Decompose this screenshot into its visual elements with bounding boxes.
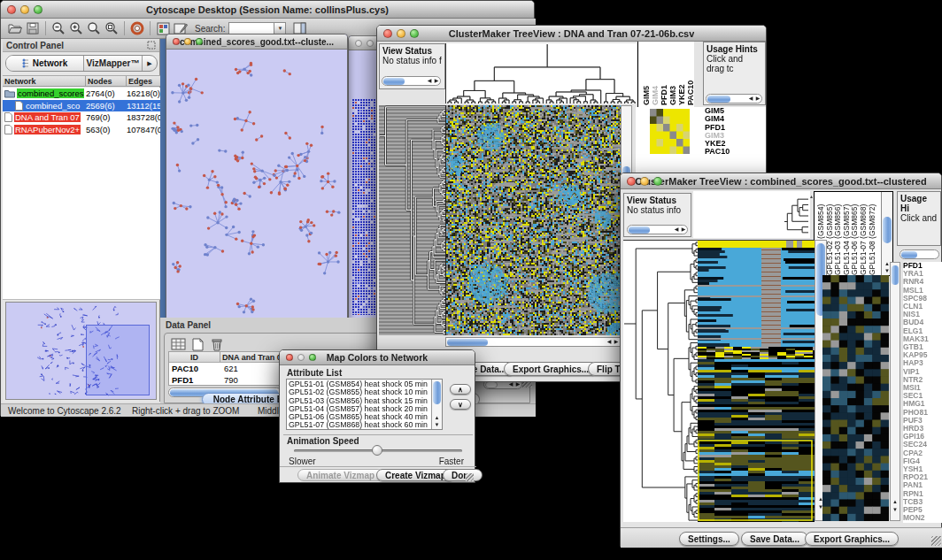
close-button[interactable]	[173, 38, 180, 45]
scroll-down-icon[interactable]: ▼	[891, 506, 900, 513]
tv2-export-graphics-button[interactable]: Export Graphics...	[805, 532, 899, 546]
move-up-button[interactable]: ∧	[450, 384, 471, 395]
column-header-network[interactable]: Network	[3, 76, 86, 86]
attribute-list-item[interactable]: GPL51-07 (GSM868) heat shock 60 min	[289, 421, 442, 429]
scroll-up-icon[interactable]: ▲	[891, 498, 900, 505]
save-icon[interactable]	[24, 20, 42, 36]
network-canvas[interactable]	[166, 50, 347, 323]
column-header-edges[interactable]: Edges	[127, 76, 160, 86]
tv2-column-label[interactable]: GPL51-08 (GSM872)	[868, 194, 876, 275]
close-button[interactable]	[627, 177, 636, 186]
network-list-row[interactable]: combined_scores2764(0)16218(0)	[3, 88, 160, 100]
zoom-button[interactable]	[34, 5, 42, 14]
tv1-column-label[interactable]: PFD1	[660, 43, 668, 105]
tv1-similarity-matrix[interactable]	[650, 109, 690, 154]
tab-overflow-button[interactable]: ▶	[143, 56, 157, 71]
tv1-column-dendrogram[interactable]	[445, 43, 637, 104]
resize-grip[interactable]	[931, 536, 941, 546]
zoom-button[interactable]	[410, 29, 419, 38]
tv2-zoom-vscrollbar[interactable]: ▲ ▼	[890, 262, 900, 521]
tv1-column-label[interactable]: GIM4	[651, 43, 660, 105]
tv1-heatmap-hscrollbar[interactable]: ◀ ▶	[445, 337, 621, 347]
zoom-button[interactable]	[309, 354, 316, 361]
minimize-button[interactable]	[640, 177, 649, 186]
tv2-zoom-heatmap[interactable]	[822, 275, 889, 521]
attribute-list-vscrollbar[interactable]: ▲ ▼	[431, 380, 442, 429]
minimize-button[interactable]	[184, 38, 191, 45]
overview-viewport-rect[interactable]	[86, 325, 150, 395]
scroll-left-icon[interactable]: ◀	[426, 77, 433, 85]
tv1-column-label[interactable]: GIM5	[642, 43, 651, 105]
scroll-right-icon[interactable]: ▶	[433, 77, 440, 85]
minimize-button[interactable]	[20, 5, 29, 14]
close-button[interactable]	[355, 40, 362, 47]
minimize-button[interactable]	[297, 354, 305, 361]
tv1-export-graphics-button[interactable]: Export Graphics...	[504, 362, 598, 376]
search-dropdown-button[interactable]: ▼	[274, 22, 286, 35]
done-button[interactable]: Done	[443, 469, 483, 481]
zoom-out-icon[interactable]	[50, 20, 67, 36]
network-list-row[interactable]: combined_sco2569(6)13112(15)	[3, 100, 160, 112]
treeview1-title-bar[interactable]: ClusterMaker TreeView : DNA and Tran 07-…	[377, 26, 766, 42]
tv2-row-dendrogram[interactable]	[623, 240, 698, 522]
float-panel-icon[interactable]	[147, 37, 156, 53]
help-icon[interactable]	[128, 20, 146, 36]
column-header-nodes[interactable]: Nodes	[86, 76, 127, 86]
table-view-icon[interactable]	[169, 336, 187, 352]
tv1-usage-hints-scrollbar[interactable]: ◀ ▶	[706, 94, 762, 104]
network-list-row[interactable]: DNA and Tran 07769(0)183728(0)	[3, 111, 160, 124]
tv1-column-label[interactable]: PAC10	[686, 43, 694, 105]
zoom-button[interactable]	[196, 38, 203, 45]
tv1-row-dendrogram[interactable]	[379, 105, 445, 335]
zoom-fit-icon[interactable]	[85, 20, 103, 36]
tv2-usage-hints-scrollbar[interactable]	[900, 249, 939, 259]
data-column-id[interactable]: ID	[169, 352, 220, 362]
tv2-column-dendrogram[interactable]	[693, 191, 810, 238]
animate-vizmap-button[interactable]: Animate Vizmap	[297, 469, 383, 481]
scroll-right-icon[interactable]: ▶	[680, 226, 687, 234]
tab-network[interactable]: Network	[6, 56, 84, 71]
gene-label[interactable]: MON2	[903, 514, 942, 522]
tv2-settings-button[interactable]: Settings...	[679, 532, 739, 546]
dialog-title-bar[interactable]: Map Colors to Network	[280, 350, 475, 365]
resize-grip[interactable]	[466, 473, 474, 481]
tv2-heatmap[interactable]	[698, 240, 815, 522]
scroll-down-icon[interactable]: ▼	[432, 421, 442, 428]
tv1-row-label[interactable]: PAC10	[705, 148, 758, 156]
network-view-title-bar[interactable]: combined_scores_good.txt--cluste...	[166, 35, 347, 50]
scroll-right-icon[interactable]: ▶	[754, 95, 761, 103]
tv1-view-status-scrollbar[interactable]: ◀ ▶	[382, 76, 441, 86]
tv2-column-label[interactable]: GPL51-07 (GSM868)	[859, 194, 868, 275]
tv1-column-label[interactable]: GIM3	[668, 43, 677, 105]
network-overview-panel[interactable]	[5, 302, 157, 400]
zoom-selected-icon[interactable]	[103, 20, 120, 36]
close-button[interactable]	[7, 5, 16, 14]
attribute-list[interactable]: GPL51-01 (GSM854) heat shock 05 minGPL51…	[286, 379, 443, 430]
scroll-right-icon[interactable]: ▶	[613, 338, 620, 346]
tv2-view-status-scrollbar[interactable]: ◀ ▶	[627, 225, 688, 234]
close-button[interactable]	[383, 29, 392, 38]
minimize-button[interactable]	[367, 40, 374, 47]
tv2-column-label[interactable]: GPL51-03 (GSM856)	[833, 194, 842, 275]
zoom-in-icon[interactable]	[67, 20, 85, 36]
scroll-left-icon[interactable]: ◀	[747, 95, 754, 103]
scroll-left-icon[interactable]: ◀	[606, 338, 613, 346]
tv1-heatmap[interactable]	[445, 105, 622, 335]
network-list-row[interactable]: RNAPuberNov2+563(0)107847(0)	[3, 124, 160, 136]
delete-attribute-icon[interactable]	[207, 336, 225, 352]
tv2-save-data-button[interactable]: Save Data...	[741, 532, 808, 546]
treeview2-title-bar[interactable]: ClusterMaker TreeView : combined_scores_…	[621, 173, 941, 189]
close-button[interactable]	[286, 354, 293, 361]
tv2-column-label[interactable]: GPL51-06 (GSM865)	[850, 194, 859, 275]
open-file-icon[interactable]	[6, 20, 24, 36]
main-title-bar[interactable]: Cytoscape Desktop (Session Name: collins…	[1, 1, 534, 19]
scroll-up-icon[interactable]: ▲	[432, 414, 442, 421]
scroll-left-icon[interactable]: ◀	[673, 226, 680, 234]
search-input[interactable]	[228, 22, 274, 35]
move-down-button[interactable]: ∨	[450, 399, 471, 410]
slider-thumb[interactable]	[372, 445, 382, 456]
new-attribute-icon[interactable]	[189, 336, 206, 352]
minimize-button[interactable]	[397, 29, 405, 38]
tab-vizmapper[interactable]: VizMapper™	[84, 56, 143, 71]
tv1-column-label[interactable]: YKE2	[677, 43, 686, 105]
